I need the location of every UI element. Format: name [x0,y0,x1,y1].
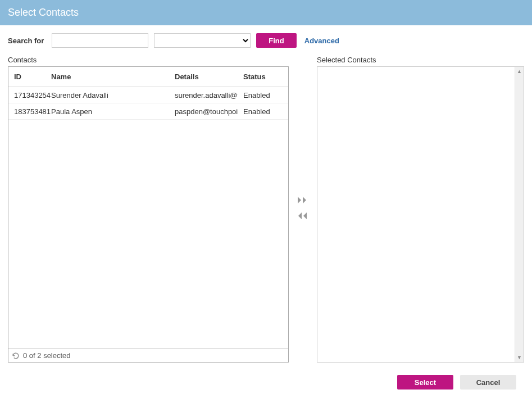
cell-name: Paula Aspen [51,107,175,116]
search-bar: Search for Find Advanced [0,25,532,52]
table-row[interactable]: 183753481 Paula Aspen paspden@touchpoir … [8,103,288,120]
dialog-header: Select Contacts [0,0,532,25]
cell-status: Enabled [238,91,288,99]
find-button[interactable]: Find [256,33,296,48]
search-type-select[interactable] [154,33,251,48]
grid-body: 171343254 Surender Adavalli surender.ada… [8,87,288,348]
contacts-panel-label: Contacts [8,56,289,64]
selected-contacts-list[interactable]: ▲ ▼ [317,66,524,363]
advanced-link[interactable]: Advanced [304,37,339,45]
select-button[interactable]: Select [397,375,453,390]
cell-name: Surender Adavalli [51,91,175,99]
cell-status: Enabled [238,107,288,116]
column-header-id[interactable]: ID [8,73,51,81]
dialog-actions: Select Cancel [0,363,532,390]
contacts-panel: Contacts ID Name Details Status 17134325… [8,56,289,363]
cell-id: 171343254 [8,91,51,99]
panels-container: Contacts ID Name Details Status 17134325… [0,52,532,363]
column-header-name[interactable]: Name [51,73,175,81]
column-header-status[interactable]: Status [238,73,288,81]
cell-details: surender.adavalli@tc [175,91,238,99]
contacts-grid: ID Name Details Status 171343254 Surende… [8,66,289,363]
search-label: Search for [8,37,44,45]
cell-id: 183753481 [8,107,51,116]
grid-footer: 0 of 2 selected [8,348,288,362]
column-header-details[interactable]: Details [175,73,238,81]
move-left-button[interactable] [297,212,308,220]
scroll-up-icon[interactable]: ▲ [515,67,524,76]
scroll-down-icon[interactable]: ▼ [515,353,524,362]
move-right-button[interactable] [297,196,308,204]
selection-count: 0 of 2 selected [23,351,71,360]
dialog-title: Select Contacts [8,7,79,18]
refresh-icon[interactable] [12,352,20,360]
transfer-controls [289,56,317,220]
cell-details: paspden@touchpoir [175,107,238,116]
scrollbar[interactable]: ▲ ▼ [515,67,524,362]
selected-contacts-label: Selected Contacts [317,56,524,64]
table-row[interactable]: 171343254 Surender Adavalli surender.ada… [8,87,288,103]
cancel-button[interactable]: Cancel [460,375,516,390]
selected-contacts-panel: Selected Contacts ▲ ▼ [317,56,524,363]
search-input[interactable] [52,33,148,48]
grid-header: ID Name Details Status [8,67,288,87]
